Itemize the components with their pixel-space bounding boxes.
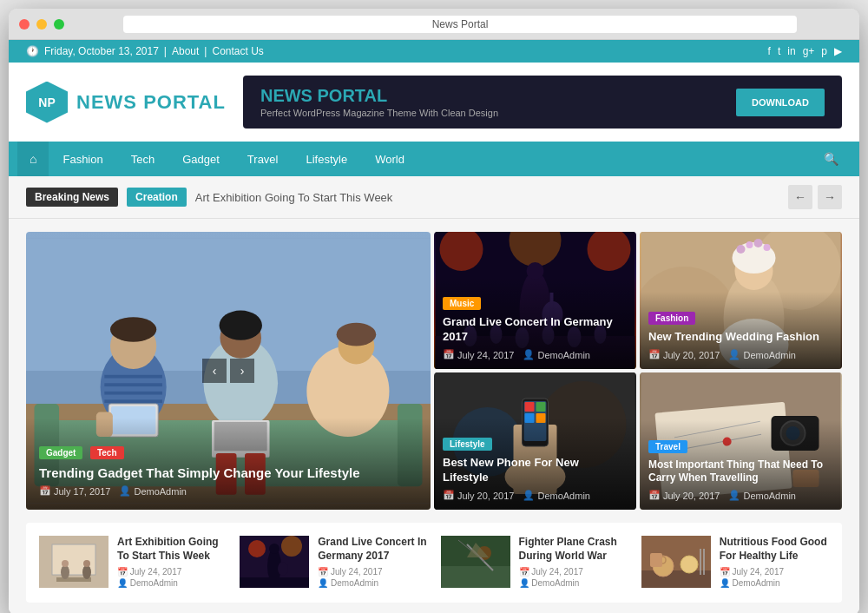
svg-point-80 [83, 560, 90, 567]
bottom-title-2: Fighter Plane Crash During World War [519, 536, 628, 563]
concert-meta: 📅 July 24, 2017 👤 DemoAdmin [443, 349, 628, 360]
banner-title: NEWS PORTAL [260, 86, 498, 106]
address-bar[interactable]: News Portal [123, 16, 797, 33]
googleplus-icon[interactable]: g+ [803, 45, 815, 57]
wedding-image: Fashion New Trending Wedding Fashion 📅 J… [640, 232, 842, 369]
gadget-tag[interactable]: Gadget [39, 446, 82, 459]
search-icon[interactable]: 🔍 [812, 142, 851, 176]
about-link[interactable]: About [172, 45, 199, 57]
svg-point-82 [248, 540, 266, 557]
svg-point-48 [737, 245, 746, 254]
nav-item-tech[interactable]: Tech [117, 142, 168, 176]
linkedin-icon[interactable]: in [787, 45, 795, 57]
bottom-thumb-3 [641, 536, 711, 588]
breaking-next-button[interactable]: → [818, 185, 842, 209]
lifestyle-tag[interactable]: Lifestyle [443, 438, 492, 451]
phone-card[interactable]: Lifestyle Best New Phone For New Lifesty… [434, 372, 636, 510]
phone-title: Best New Phone For New Lifestyle [443, 456, 628, 485]
browser-window: News Portal 🕐 Friday, October 13, 2017 |… [9, 9, 859, 613]
bottom-thumb-1 [240, 536, 309, 588]
nav-item-gadget[interactable]: Gadget [168, 142, 233, 176]
featured-main-meta: 📅 July 17, 2017 👤 DemoAdmin [39, 485, 418, 497]
nav-item-fashion[interactable]: Fashion [49, 142, 116, 176]
breaking-news-label: Breaking News [26, 188, 118, 207]
bottom-card-2[interactable]: Fighter Plane Crash During World War 📅 J… [441, 536, 628, 590]
pinterest-icon[interactable]: p [821, 45, 827, 57]
bottom-card-0[interactable]: Art Exhibition Going To Start This Week … [39, 536, 227, 590]
travel-tag[interactable]: Travel [648, 440, 687, 453]
creation-tag: Creation [127, 188, 187, 207]
nav-item-lifestyle[interactable]: Lifestyle [292, 142, 361, 176]
facebook-icon[interactable]: f [768, 45, 771, 57]
phone-meta: 📅 July 20, 2017 👤 DemoAdmin [443, 490, 628, 501]
nav-item-travel[interactable]: Travel [233, 142, 293, 176]
browser-content: 🕐 Friday, October 13, 2017 | About | Con… [9, 40, 859, 613]
svg-point-83 [281, 536, 302, 557]
featured-main-overlay: Gadget Tech Trending Gadget That Simply … [26, 418, 431, 511]
wedding-card[interactable]: Fashion New Trending Wedding Fashion 📅 J… [640, 232, 842, 369]
concert-overlay: Music Grand Live Concert In Germany 2017… [434, 277, 636, 369]
travel-card[interactable]: Travel Most Important Thing That Need To… [640, 372, 842, 510]
svg-point-50 [754, 239, 763, 247]
featured-main-image: ‹ › Gadget Tech Trending Gadget That Sim… [26, 232, 431, 510]
close-btn[interactable] [19, 19, 30, 30]
logo-text: NEWS PORTAL [76, 91, 226, 114]
youtube-icon[interactable]: ▶ [834, 45, 842, 57]
fashion-tag[interactable]: Fashion [648, 312, 695, 325]
breaking-nav: ← → [788, 185, 842, 209]
nav-item-world[interactable]: World [361, 142, 418, 176]
svg-point-49 [746, 241, 753, 248]
svg-rect-60 [525, 402, 535, 412]
featured-grid: ‹ › Gadget Tech Trending Gadget That Sim… [26, 232, 842, 510]
svg-rect-61 [536, 402, 546, 412]
topbar-date: Friday, October 13, 2017 [44, 45, 159, 57]
maximize-btn[interactable] [54, 19, 64, 30]
download-button[interactable]: DOWNLOAD [736, 89, 825, 116]
nav-home-icon[interactable]: ⌂ [17, 142, 49, 176]
svg-point-51 [764, 244, 771, 251]
svg-point-97 [681, 556, 698, 573]
logo-icon: NP [26, 82, 68, 123]
breaking-prev-button[interactable]: ← [788, 185, 812, 209]
phone-image: Lifestyle Best New Phone For New Lifesty… [434, 372, 636, 510]
calendar-icon: 📅 [39, 485, 51, 497]
bottom-thumb-2 [441, 536, 510, 588]
svg-rect-7 [104, 375, 162, 379]
tech-tag[interactable]: Tech [90, 446, 124, 459]
travel-overlay: Travel Most Important Thing That Need To… [640, 420, 842, 510]
phone-overlay: Lifestyle Best New Phone For New Lifesty… [434, 418, 636, 510]
concert-image: Music Grand Live Concert In Germany 2017… [434, 232, 636, 369]
svg-rect-89 [441, 566, 510, 588]
featured-main-title: Trending Gadget That Simply Change Your … [39, 465, 418, 482]
bottom-thumb-0 [39, 536, 108, 588]
slide-prev-button[interactable]: ‹ [202, 359, 227, 383]
topbar-right: f t in g+ p ▶ [768, 45, 842, 57]
banner-subtitle: Perfect WordPress Magazine Theme With Cl… [260, 108, 498, 118]
bottom-title-0: Art Exhibition Going To Start This Week [117, 536, 227, 563]
contact-link[interactable]: Contact Us [212, 45, 263, 57]
concert-card[interactable]: Music Grand Live Concert In Germany 2017… [434, 232, 636, 369]
bottom-card-1[interactable]: Grand Live Concert In Germany 2017 📅 Jul… [240, 536, 427, 590]
twitter-icon[interactable]: t [778, 45, 780, 57]
featured-main-card[interactable]: ‹ › Gadget Tech Trending Gadget That Sim… [26, 232, 431, 510]
music-tag[interactable]: Music [443, 297, 481, 310]
bottom-card-3[interactable]: Nutritious Food Good For Healthy Life 📅 … [641, 536, 829, 590]
navbar: ⌂ Fashion Tech Gadget Travel Lifestyle W… [9, 142, 859, 176]
clock-icon: 🕐 [26, 45, 39, 57]
svg-point-79 [82, 565, 91, 579]
travel-image: Travel Most Important Thing That Need To… [640, 372, 842, 510]
travel-title: Most Important Thing That Need To Carry … [648, 458, 833, 485]
logo[interactable]: NP NEWS PORTAL [26, 82, 226, 123]
svg-point-26 [337, 323, 377, 346]
wedding-title: New Trending Wedding Fashion [648, 330, 833, 345]
svg-point-12 [110, 317, 156, 342]
bottom-title-3: Nutritious Food Good For Healthy Life [720, 536, 829, 563]
slide-next-button[interactable]: › [230, 359, 254, 383]
minimize-btn[interactable] [36, 19, 47, 30]
svg-point-77 [61, 565, 69, 579]
bottom-title-1: Grand Live Concert In Germany 2017 [318, 536, 427, 563]
svg-point-78 [62, 560, 69, 567]
wedding-meta: 📅 July 20, 2017 👤 DemoAdmin [648, 349, 833, 360]
topbar: 🕐 Friday, October 13, 2017 | About | Con… [9, 40, 859, 63]
travel-meta: 📅 July 20, 2017 👤 DemoAdmin [648, 490, 833, 501]
